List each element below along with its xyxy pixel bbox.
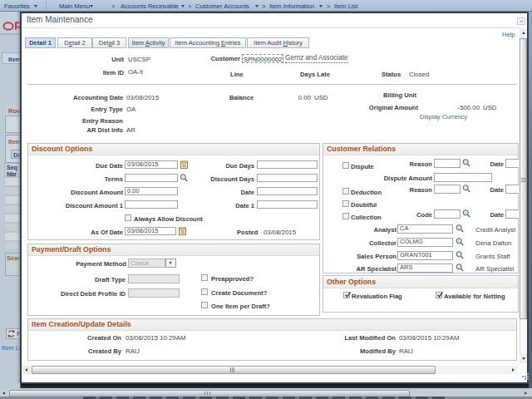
svg-text:31: 31	[180, 230, 185, 234]
svg-text:31: 31	[182, 164, 187, 168]
